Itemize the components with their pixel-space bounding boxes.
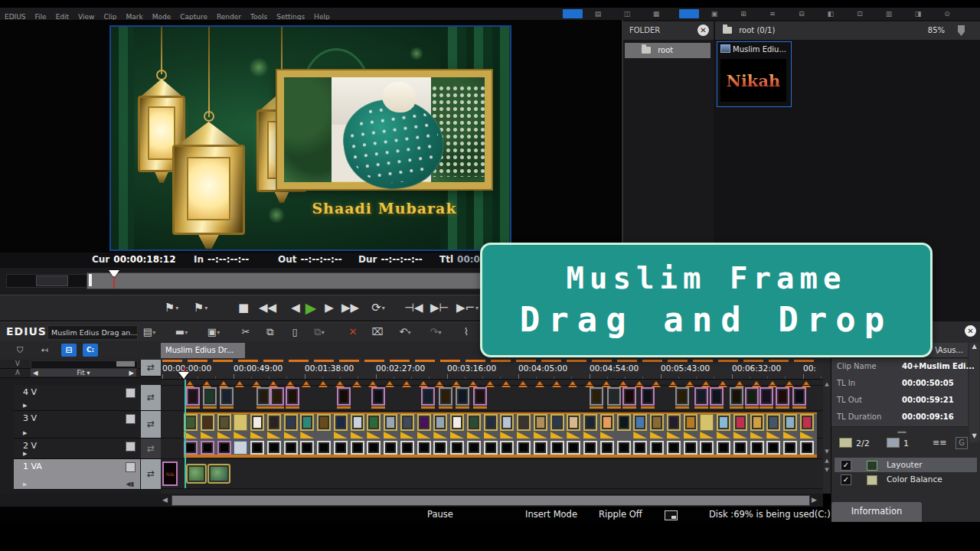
scroll-down-icon[interactable]: ▼: [823, 448, 831, 455]
timeline-clip-3v[interactable]: [800, 414, 814, 431]
copy-button[interactable]: ⧉: [263, 325, 277, 339]
track-expand-icon[interactable]: ▶: [23, 403, 27, 409]
save-project-button[interactable]: ▣▾: [207, 325, 220, 339]
play-button[interactable]: ▶: [303, 298, 318, 317]
timeline-clip-2v[interactable]: [717, 441, 730, 455]
preview-scrollbar[interactable]: [6, 274, 88, 288]
timeline-clip-2v[interactable]: [567, 441, 580, 455]
timeline-clip-4v[interactable]: [337, 387, 351, 406]
timeline-clip-3v[interactable]: [733, 414, 747, 431]
effect-icon[interactable]: ▣: [708, 9, 720, 18]
timeline-clip-3v[interactable]: [567, 414, 580, 431]
palette-blue-icon[interactable]: [679, 9, 699, 18]
grayscale-icon[interactable]: G: [956, 437, 968, 449]
timeline-clip-2v[interactable]: [334, 441, 348, 455]
ripple-delete-button[interactable]: ⌧: [371, 325, 384, 339]
timeline-clip-2v[interactable]: [484, 441, 498, 455]
timeline-clip-2v[interactable]: [733, 441, 747, 455]
timeline-clip-3v[interactable]: [550, 414, 564, 431]
timeline-clip-2v[interactable]: [617, 441, 631, 455]
timeline-clip-3v[interactable]: [334, 414, 348, 431]
timeline-clip-4v[interactable]: [730, 387, 743, 406]
timeline-clip-4v[interactable]: [439, 387, 452, 406]
next-frame-button[interactable]: ▶: [322, 298, 337, 317]
timeline-clip-2v[interactable]: [550, 441, 564, 455]
timeline-clip-3v[interactable]: [667, 414, 681, 431]
timeline-clip-3v[interactable]: [384, 414, 397, 431]
set-in-flag-button[interactable]: ⚑▾: [164, 298, 179, 317]
scroll-left-icon[interactable]: ◀: [162, 496, 168, 504]
track-header-4v[interactable]: 4 V▶: [14, 385, 140, 411]
timeline-clip-2v[interactable]: [800, 441, 814, 455]
mini-button[interactable]: [116, 361, 135, 367]
effect-checkbox[interactable]: ✓: [841, 460, 851, 471]
folder-panel-close-icon[interactable]: ✕: [697, 24, 709, 36]
export-button[interactable]: ▶⌐▾: [456, 298, 479, 317]
scroll-down-icon[interactable]: ▼: [969, 432, 979, 439]
bin-clip-item[interactable]: Muslim Ediu... Nikah: [717, 41, 792, 107]
timeline-clip-3v[interactable]: [400, 414, 414, 431]
patch-cell-4v[interactable]: ⇄: [141, 385, 161, 411]
capture-icon[interactable]: ◨: [912, 9, 924, 18]
timeline-clip-3v[interactable]: [250, 414, 264, 431]
timeline-clip-4v[interactable]: [186, 387, 200, 406]
timeline-clip-3v[interactable]: [684, 414, 697, 431]
timeline-clip-4v[interactable]: [641, 387, 655, 406]
scroll-up-icon[interactable]: ▲: [823, 458, 831, 464]
track-speaker-icon[interactable]: ◀▮: [126, 481, 134, 487]
vector-icon[interactable]: ⊟: [795, 9, 808, 18]
new-sequence-button[interactable]: ▤▾: [142, 325, 156, 339]
timeline-clip-4v[interactable]: [203, 387, 217, 406]
loop-button[interactable]: ⟳▾: [371, 298, 386, 317]
timeline-clip-4v[interactable]: [694, 387, 708, 406]
bin-icon[interactable]: ▦: [650, 9, 662, 18]
track-monitor-icon[interactable]: [126, 414, 136, 424]
effect-checkbox[interactable]: ✓: [841, 474, 851, 485]
goto-out-button[interactable]: ▶⊢: [430, 298, 449, 317]
zoom-slider-handle[interactable]: [958, 25, 965, 36]
timeline-clip-3v[interactable]: [317, 414, 331, 431]
timeline-clip-4v[interactable]: [607, 387, 621, 406]
timeline-clip-2v[interactable]: [300, 441, 314, 455]
timeline-clip-4v[interactable]: [776, 387, 789, 406]
timeline-clip-2v[interactable]: [700, 441, 714, 455]
set-out-flag-button[interactable]: ⚑▾: [193, 298, 208, 317]
timeline-clip-4v[interactable]: [456, 387, 469, 406]
timeline-clip-2v[interactable]: [267, 441, 281, 455]
timeline-clip-2v[interactable]: [217, 441, 231, 455]
list-view-icon[interactable]: ≡≡: [933, 438, 946, 448]
patch-cell-1va[interactable]: ⇄: [141, 459, 161, 490]
timeline-clip-3v[interactable]: [617, 414, 631, 431]
timeline-clip-2v[interactable]: [684, 441, 697, 455]
scroll-up-icon[interactable]: ▲: [969, 343, 979, 350]
paste-special-button[interactable]: ⧉▾: [312, 325, 326, 339]
layout-blue-button[interactable]: [563, 9, 583, 18]
preview-scrollbar-thumb[interactable]: [36, 276, 68, 286]
sync-point-button[interactable]: ⌇: [459, 325, 473, 339]
fit-prev-icon[interactable]: ◀: [33, 369, 38, 377]
timeline-clip-4v[interactable]: [590, 387, 603, 406]
timeline-clip-3v[interactable]: [450, 414, 464, 431]
scroll-up-icon[interactable]: ▲: [823, 381, 831, 387]
sequence-tab[interactable]: Muslim Edius Dr...: [161, 343, 245, 358]
bin-clip-thumbnail[interactable]: Nikah: [720, 59, 786, 102]
playhead-triangle[interactable]: [178, 372, 189, 384]
timeline-clip-2v[interactable]: [351, 441, 364, 455]
horizontal-scrollbar-thumb[interactable]: [172, 495, 810, 506]
timeline-clip-2v[interactable]: [667, 441, 681, 455]
timeline-clip-4v[interactable]: [270, 387, 284, 406]
help-icon[interactable]: ⊙: [941, 9, 953, 18]
effect-row-color-balance[interactable]: ✓Color Balance: [835, 472, 977, 487]
prev-frame-button[interactable]: ◀: [288, 298, 303, 317]
timeline-clip-4v[interactable]: [371, 387, 385, 406]
timeline-clip-2v[interactable]: [517, 441, 531, 455]
timeline-clip-2v[interactable]: [433, 441, 447, 455]
timeline-clip-3v[interactable]: [766, 414, 780, 431]
timeline-clip-2v[interactable]: [317, 441, 331, 455]
timeline-clip-3v[interactable]: [484, 414, 498, 431]
timeline-clip-4v[interactable]: [256, 387, 270, 406]
timeline-clip-4v[interactable]: [675, 387, 689, 406]
track-header-3v[interactable]: 3 V▶: [14, 411, 140, 439]
insert-sync-icon[interactable]: ⊟: [61, 344, 77, 357]
timeline-clip-2v[interactable]: [367, 441, 381, 455]
